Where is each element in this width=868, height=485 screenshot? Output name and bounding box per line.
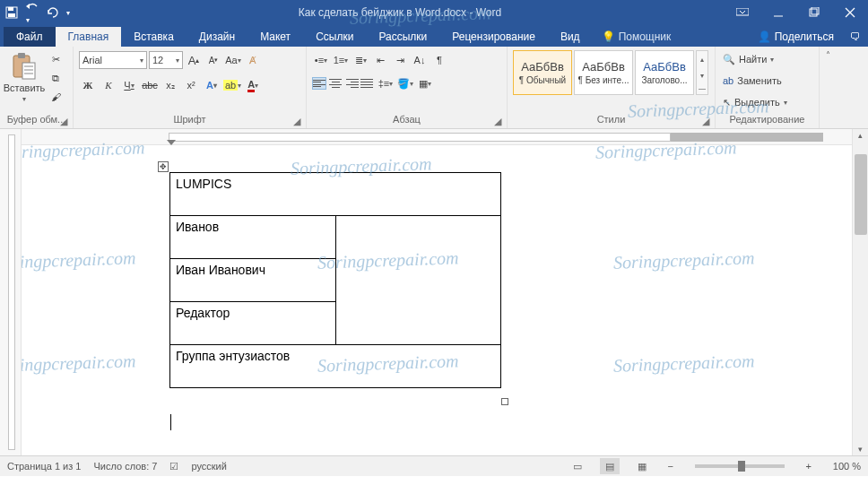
format-painter-icon[interactable]: 🖌 xyxy=(47,88,65,106)
tell-me[interactable]: 💡Помощник xyxy=(593,27,681,47)
ribbon-options-icon[interactable] xyxy=(725,0,760,25)
align-left-button[interactable] xyxy=(312,77,326,90)
sort-icon[interactable]: A↓ xyxy=(411,51,429,69)
minimize-icon[interactable] xyxy=(760,0,796,25)
superscript-button[interactable]: x² xyxy=(182,76,200,94)
tab-design[interactable]: Дизайн xyxy=(187,27,247,47)
shrink-font-icon[interactable]: A▾ xyxy=(204,51,222,69)
qat-customize-icon[interactable]: ▾ xyxy=(66,9,70,17)
tab-view[interactable]: Вид xyxy=(548,27,593,47)
badge-table[interactable]: LUMPICS Иванов Иван Иванович Редактор Гр… xyxy=(169,172,501,388)
strike-button[interactable]: abc xyxy=(141,76,159,94)
borders-button[interactable]: ▦▾ xyxy=(416,74,434,92)
underline-button[interactable]: Ч▾ xyxy=(120,76,138,94)
tab-references[interactable]: Ссылки xyxy=(303,27,366,47)
scrollbar-vertical[interactable]: ▴ ▾ xyxy=(852,129,868,455)
highlight-button[interactable]: ab▾ xyxy=(223,76,241,94)
style-name-3: Заголово... xyxy=(642,75,688,85)
save-icon[interactable] xyxy=(5,6,18,19)
grow-font-icon[interactable]: A▴ xyxy=(185,51,203,69)
tab-mailings[interactable]: Рассылки xyxy=(366,27,439,47)
view-print-icon[interactable]: ▤ xyxy=(600,458,620,474)
zoom-level[interactable]: 100 % xyxy=(833,461,861,472)
dialog-launcher-icon[interactable]: ◢ xyxy=(291,116,302,126)
scroll-thumb[interactable] xyxy=(855,154,867,235)
underline-label: Ч xyxy=(124,80,130,91)
subscript-button[interactable]: x₂ xyxy=(161,76,179,94)
bullets-button[interactable]: •≡▾ xyxy=(312,51,330,69)
scroll-down-icon[interactable]: ▾ xyxy=(855,443,867,455)
cell-group[interactable]: Группа энтузиастов xyxy=(170,345,501,388)
cell-firstname[interactable]: Иван Иванович xyxy=(170,259,336,302)
copy-icon[interactable]: ⧉ xyxy=(47,69,65,87)
text-effects-button[interactable]: A▾ xyxy=(203,76,221,94)
style-no-spacing[interactable]: АаБбВв¶ Без инте... xyxy=(574,50,633,95)
cell-lastname[interactable]: Иванов xyxy=(170,216,336,259)
status-words[interactable]: Число слов: 7 xyxy=(93,461,157,472)
comments-icon[interactable]: 🗨 xyxy=(843,27,868,47)
zoom-thumb[interactable] xyxy=(738,461,745,472)
multilevel-button[interactable]: ≣▾ xyxy=(352,51,369,69)
ruler-horizontal[interactable] xyxy=(22,129,852,145)
tab-file[interactable]: Файл xyxy=(4,27,56,47)
cell-company[interactable]: LUMPICS xyxy=(170,173,501,216)
ruler-vertical[interactable] xyxy=(0,129,22,455)
cell-photo[interactable] xyxy=(335,216,501,345)
change-case-label: Aa xyxy=(225,55,237,65)
group-clipboard-label: Буфер обм... xyxy=(7,114,66,125)
tab-home[interactable]: Главная xyxy=(56,27,122,47)
clear-format-icon[interactable]: A̸ xyxy=(244,51,262,69)
maximize-icon[interactable] xyxy=(796,0,832,25)
table-resize-handle-icon[interactable] xyxy=(501,398,508,405)
status-language[interactable]: русский xyxy=(191,461,226,472)
shading-button[interactable]: 🪣▾ xyxy=(396,74,414,92)
align-right-button[interactable] xyxy=(344,77,359,90)
page[interactable]: ✥ LUMPICS Иванов Иван Иванович Редактор … xyxy=(22,145,852,455)
line-spacing-button[interactable]: ‡≡▾ xyxy=(377,74,395,92)
paste-button[interactable]: Вставить ▾ xyxy=(5,50,43,103)
paste-label: Вставить xyxy=(4,82,46,93)
undo-icon[interactable]: ▾ xyxy=(25,0,39,25)
align-center-button[interactable] xyxy=(328,77,343,90)
view-read-icon[interactable]: ▭ xyxy=(568,458,587,474)
scroll-up-icon[interactable]: ▴ xyxy=(855,129,867,142)
change-case-button[interactable]: Aa▾ xyxy=(224,51,242,69)
italic-button[interactable]: К xyxy=(100,76,117,94)
spellcheck-icon[interactable]: ☑ xyxy=(169,461,178,472)
view-web-icon[interactable]: ▦ xyxy=(632,458,652,474)
status-page[interactable]: Страница 1 из 1 xyxy=(7,461,81,472)
zoom-out-button[interactable]: − xyxy=(664,461,677,472)
style-heading1[interactable]: АаБбВвЗаголово... xyxy=(635,50,694,95)
cell-position[interactable]: Редактор xyxy=(170,302,336,345)
share-button[interactable]: 👤Поделиться xyxy=(749,27,843,47)
justify-button[interactable] xyxy=(360,77,375,90)
decrease-indent-icon[interactable]: ⇤ xyxy=(371,51,389,69)
show-marks-icon[interactable]: ¶ xyxy=(430,51,448,69)
chevron-down-icon: ▾ xyxy=(22,95,26,103)
bold-button[interactable]: Ж xyxy=(79,76,97,94)
numbering-button[interactable]: 1≡▾ xyxy=(332,51,350,69)
style-normal[interactable]: АаБбВв¶ Обычный xyxy=(513,50,572,95)
tab-layout[interactable]: Макет xyxy=(247,27,303,47)
collapse-ribbon-icon[interactable]: ˄ xyxy=(820,47,836,128)
styles-expand-button[interactable]: ▴▾ xyxy=(696,50,708,95)
zoom-slider[interactable] xyxy=(695,464,785,468)
font-size-combo[interactable]: 12▾ xyxy=(149,51,183,69)
zoom-in-button[interactable]: + xyxy=(803,461,815,472)
dialog-launcher-icon[interactable]: ◢ xyxy=(700,116,711,126)
increase-indent-icon[interactable]: ⇥ xyxy=(391,51,409,69)
dialog-launcher-icon[interactable]: ◢ xyxy=(58,116,69,126)
cut-icon[interactable]: ✂ xyxy=(47,50,65,68)
tab-insert[interactable]: Вставка xyxy=(121,27,187,47)
table-move-handle-icon[interactable]: ✥ xyxy=(158,161,169,172)
svg-rect-10 xyxy=(18,53,25,58)
replace-button[interactable]: abЗаменить xyxy=(721,72,813,90)
font-color-button[interactable]: A▾ xyxy=(244,76,262,94)
redo-icon[interactable] xyxy=(47,6,59,19)
tab-review[interactable]: Рецензирование xyxy=(439,27,548,47)
font-name-combo[interactable]: Arial▾ xyxy=(79,51,147,69)
select-button[interactable]: ↖Выделить▾ xyxy=(721,93,813,111)
find-button[interactable]: 🔍Найти▾ xyxy=(721,50,813,68)
dialog-launcher-icon[interactable]: ◢ xyxy=(492,116,503,126)
close-icon[interactable] xyxy=(832,0,868,25)
